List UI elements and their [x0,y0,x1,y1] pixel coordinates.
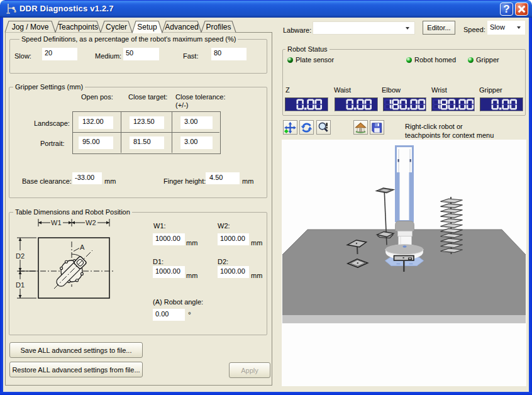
svg-text:Profiles: Profiles [206,23,231,31]
svg-text:Cycler: Cycler [106,23,127,31]
svg-text:Setup: Setup [137,23,157,31]
svg-text:A: A [80,243,85,251]
svg-text:W2: W2 [86,219,96,226]
svg-text:Advanced: Advanced [165,23,198,31]
svg-text:Teachpoints: Teachpoints [58,23,98,31]
svg-text:D2: D2 [16,252,25,260]
svg-text:W1: W1 [51,219,62,226]
svg-text:Jog / Move: Jog / Move [12,23,49,31]
svg-text:D1: D1 [16,281,25,289]
